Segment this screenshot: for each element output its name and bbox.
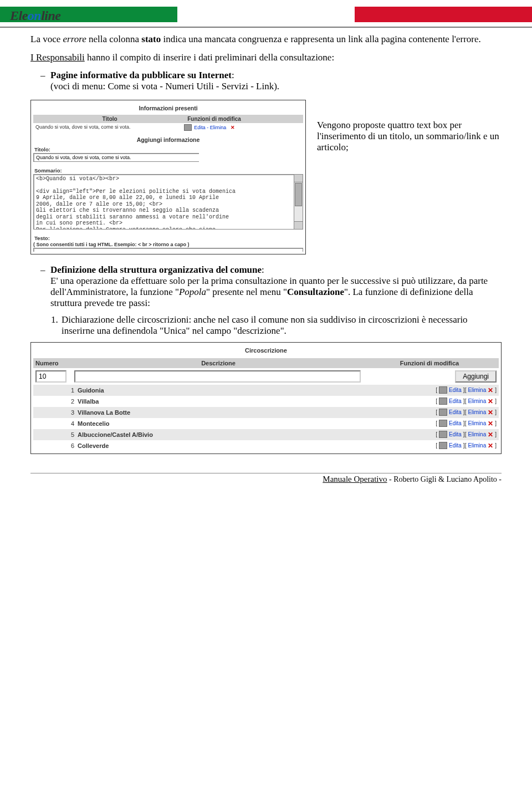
scrollbar[interactable]: [294, 174, 303, 230]
edit-link[interactable]: Edita: [449, 431, 462, 437]
row-number: 1: [35, 387, 78, 394]
delete-link[interactable]: Elimina: [468, 431, 486, 437]
footer: Manuale Operativo - Roberto Gigli & Luci…: [30, 473, 502, 484]
edit-link[interactable]: Edita: [449, 409, 462, 415]
fig1-textarea-sommario[interactable]: <b>Quando si vota</b><br> <div align="le…: [33, 174, 294, 230]
row-number: 2: [35, 398, 78, 405]
table-row: 1Guidonia[ Edita][Elimina ✕ ]: [33, 385, 499, 396]
table-row: 6Colleverde[ Edita][Elimina ✕ ]: [33, 440, 499, 451]
intro-paragraph-1: La voce errore nella colonna stato indic…: [30, 33, 502, 46]
delete-link[interactable]: Elimina: [468, 442, 486, 449]
fig1-header-row: Titolo Funzioni di modifica: [33, 115, 303, 123]
italy-flag-stripe: [0, 7, 532, 22]
scroll-up-icon[interactable]: [294, 175, 303, 182]
fig1-title: Informazioni presenti: [33, 105, 303, 111]
bullet-definizione-struttura: Definizione della struttura organizzativ…: [30, 264, 502, 309]
edit-link[interactable]: Edita: [449, 442, 462, 449]
table-row: 4Montecelio[ Edita][Elimina ✕ ]: [33, 418, 499, 429]
row-number: 6: [35, 442, 78, 449]
delete-x-icon[interactable]: ✕: [488, 409, 493, 416]
table-row: 3Villanova La Botte[ Edita][Elimina ✕ ]: [33, 407, 499, 418]
row-description: Villalba: [78, 398, 366, 405]
row-number: 4: [35, 420, 78, 427]
fig1-input-titolo[interactable]: [33, 153, 199, 162]
fig1-actions[interactable]: Edita - Elimina✕: [184, 124, 301, 131]
delete-x-icon[interactable]: ✕: [488, 420, 493, 427]
header-divider: [0, 27, 532, 28]
row-description: Guidonia: [78, 387, 366, 394]
intro-paragraph-2: I Responsabili hanno il compito di inser…: [30, 52, 502, 64]
row-number: 5: [35, 431, 78, 438]
fig1-hint: ( Sono consentiti tutti i tag HTML. Esem…: [33, 242, 303, 247]
row-description: Colleverde: [78, 442, 366, 449]
add-button[interactable]: Aggiungi: [455, 370, 497, 383]
side-text: Vengono proposte quattro text box per l'…: [317, 100, 502, 153]
fig1-data-row: Quando si vota, dove si vota, come si vo…: [33, 123, 303, 132]
edit-link[interactable]: Edita: [449, 420, 462, 426]
copy-icon[interactable]: [439, 409, 447, 416]
copy-icon[interactable]: [439, 431, 447, 438]
fig2-title: Circoscrizione: [33, 347, 499, 354]
row-description: Albuccione/Castel A/Bivio: [78, 431, 366, 438]
fig1-label-titolo: Titolo:: [34, 146, 303, 152]
copy-icon[interactable]: [439, 442, 447, 449]
delete-x-icon[interactable]: ✕: [488, 442, 493, 450]
copy-icon[interactable]: [439, 420, 447, 427]
row-description: Villanova La Botte: [78, 409, 366, 416]
delete-link[interactable]: Elimina: [468, 398, 486, 404]
edit-link[interactable]: Edita: [449, 387, 462, 393]
bullet-pagine-informative: Pagine informative da pubblicare su Inte…: [30, 70, 502, 92]
fig2-input-numero[interactable]: [35, 370, 66, 383]
delete-x-icon[interactable]: ✕: [488, 431, 493, 439]
row-number: 3: [35, 409, 78, 416]
copy-icon[interactable]: [439, 386, 447, 394]
delete-link[interactable]: Elimina: [468, 387, 486, 393]
table-row: 5Albuccione/Castel A/Bivio[ Edita][Elimi…: [33, 429, 499, 440]
row-description: Montecelio: [78, 420, 366, 427]
figure-circoscrizione: Circoscrizione Numero Descrizione Funzio…: [30, 342, 502, 454]
scroll-down-icon[interactable]: [294, 221, 303, 229]
scroll-thumb[interactable]: [295, 183, 302, 206]
fig1-add-title: Aggiungi informazione: [33, 136, 303, 143]
copy-icon[interactable]: [439, 398, 447, 405]
logo: Eleonline: [10, 8, 61, 23]
figure-informazioni: Informazioni presenti Titolo Funzioni di…: [30, 100, 306, 254]
edit-link[interactable]: Edita: [449, 398, 462, 404]
numbered-item-1: Dichiarazione delle circoscrizioni: anch…: [60, 314, 502, 337]
fig2-add-row: Aggiungi: [33, 368, 499, 385]
fig2-input-descrizione[interactable]: [74, 370, 361, 383]
fig2-header-row: Numero Descrizione Funzioni di modifica: [33, 358, 499, 368]
table-row: 2Villalba[ Edita][Elimina ✕ ]: [33, 396, 499, 407]
fig1-textarea-testo-top[interactable]: [33, 248, 303, 252]
delete-link[interactable]: Elimina: [468, 409, 486, 415]
delete-x-icon[interactable]: ✕: [488, 386, 493, 394]
delete-x-icon[interactable]: ✕: [488, 398, 493, 405]
fig1-label-testo: Testo:: [34, 235, 303, 241]
delete-x-icon[interactable]: ✕: [231, 125, 235, 130]
fig1-label-sommario: Sommario:: [34, 167, 303, 174]
delete-link[interactable]: Elimina: [468, 420, 486, 426]
